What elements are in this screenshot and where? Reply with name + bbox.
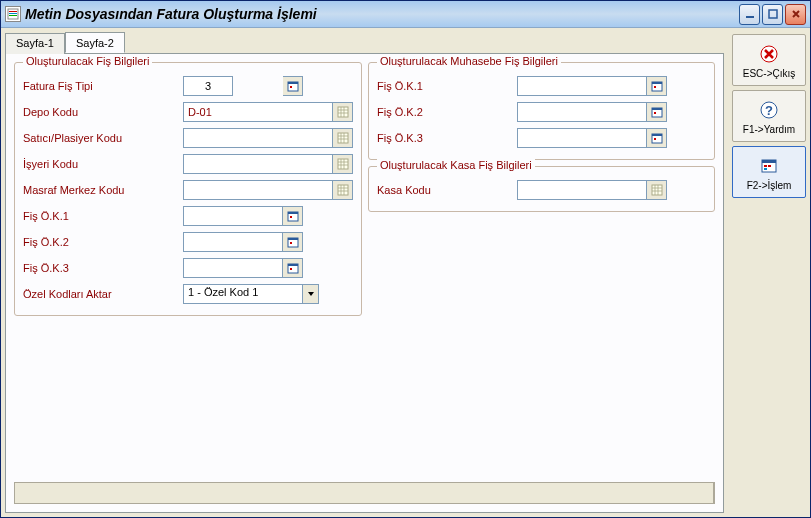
lookup-button[interactable] bbox=[283, 206, 303, 226]
svg-rect-21 bbox=[290, 268, 292, 270]
svg-rect-4 bbox=[746, 16, 754, 18]
titlebar: Metin Dosyasından Fatura Oluşturma İşlem… bbox=[1, 1, 810, 28]
esc-cikis-button[interactable]: ESC->Çıkış bbox=[732, 34, 806, 86]
label: Fiş Ö.K.1 bbox=[23, 210, 183, 222]
col-right: Oluşturulacak Muhasebe Fiş Bilgileri Fiş… bbox=[368, 62, 715, 322]
lookup-button[interactable] bbox=[647, 128, 667, 148]
svg-rect-37 bbox=[764, 165, 767, 167]
row-fis-ok1: Fiş Ö.K.1 bbox=[23, 203, 353, 229]
status-cell bbox=[15, 483, 714, 503]
row-ozel-kodlari-aktar: Özel Kodları Aktar 1 - Özel Kod 1 bbox=[23, 281, 353, 307]
grid-lookup-button[interactable] bbox=[647, 180, 667, 200]
lookup-button[interactable] bbox=[283, 232, 303, 252]
kasa-kodu-input[interactable] bbox=[517, 180, 647, 200]
groupbox-fis-bilgileri: Oluşturulacak Fiş Bilgileri Fatura Fiş T… bbox=[14, 62, 362, 316]
main-panel: Sayfa-1 Sayfa-2 Oluşturulacak Fiş Bilgil… bbox=[1, 28, 728, 517]
row-masraf-merkez: Masraf Merkez Kodu bbox=[23, 177, 353, 203]
label: Kasa Kodu bbox=[377, 184, 517, 196]
side-label: F2->İşlem bbox=[747, 180, 792, 191]
svg-rect-15 bbox=[290, 216, 292, 218]
groupbox-muhasebe-fis: Oluşturulacak Muhasebe Fiş Bilgileri Fiş… bbox=[368, 62, 715, 160]
sidebar: ESC->Çıkış ? F1->Yardım F2->İşlem bbox=[728, 28, 810, 517]
fis-ok1-input[interactable] bbox=[183, 206, 283, 226]
depo-kodu-input[interactable] bbox=[183, 102, 333, 122]
groupbox-title: Oluşturulacak Fiş Bilgileri bbox=[23, 55, 152, 67]
svg-rect-26 bbox=[652, 108, 662, 110]
minimize-button[interactable] bbox=[739, 4, 760, 25]
muh-ok1-input[interactable] bbox=[517, 76, 647, 96]
combo-value: 1 - Özel Kod 1 bbox=[183, 284, 303, 304]
lookup-button[interactable] bbox=[647, 102, 667, 122]
grid-lookup-button[interactable] bbox=[333, 128, 353, 148]
svg-rect-31 bbox=[652, 185, 662, 195]
window-title: Metin Dosyasından Fatura Oluşturma İşlem… bbox=[25, 6, 739, 22]
svg-rect-30 bbox=[654, 138, 656, 140]
lookup-button[interactable] bbox=[647, 76, 667, 96]
isyeri-kodu-input[interactable] bbox=[183, 154, 333, 174]
groupbox-title: Oluşturulacak Kasa Fiş Bilgileri bbox=[377, 159, 535, 171]
svg-rect-17 bbox=[288, 238, 298, 240]
groupbox-title: Oluşturulacak Muhasebe Fiş Bilgileri bbox=[377, 55, 561, 67]
f2-islem-button[interactable]: F2->İşlem bbox=[732, 146, 806, 198]
tabstrip: Sayfa-1 Sayfa-2 bbox=[5, 32, 724, 53]
svg-rect-12 bbox=[338, 185, 348, 195]
muh-ok3-input[interactable] bbox=[517, 128, 647, 148]
muh-ok2-input[interactable] bbox=[517, 102, 647, 122]
fis-ok3-input[interactable] bbox=[183, 258, 283, 278]
svg-rect-14 bbox=[288, 212, 298, 214]
ozel-kodlari-combo[interactable]: 1 - Özel Kod 1 bbox=[183, 284, 319, 304]
side-label: ESC->Çıkış bbox=[743, 68, 796, 79]
satici-plasiyer-input[interactable] bbox=[183, 128, 333, 148]
grid-lookup-button[interactable] bbox=[333, 180, 353, 200]
row-muh-ok1: Fiş Ö.K.1 bbox=[377, 73, 706, 99]
row-fatura-fis-tipi: Fatura Fiş Tipi bbox=[23, 73, 353, 99]
form-columns: Oluşturulacak Fiş Bilgileri Fatura Fiş T… bbox=[14, 62, 715, 322]
svg-rect-9 bbox=[338, 107, 348, 117]
row-fis-ok2: Fiş Ö.K.2 bbox=[23, 229, 353, 255]
lookup-button[interactable] bbox=[283, 76, 303, 96]
fis-ok2-input[interactable] bbox=[183, 232, 283, 252]
tab-sayfa-1[interactable]: Sayfa-1 bbox=[5, 33, 65, 54]
f1-yardim-button[interactable]: ? F1->Yardım bbox=[732, 90, 806, 142]
grid-lookup-button[interactable] bbox=[333, 102, 353, 122]
svg-rect-18 bbox=[290, 242, 292, 244]
svg-rect-7 bbox=[288, 82, 298, 84]
fatura-fis-tipi-input[interactable] bbox=[183, 76, 233, 96]
svg-rect-8 bbox=[290, 86, 292, 88]
label: Fiş Ö.K.2 bbox=[377, 106, 517, 118]
label: Fiş Ö.K.2 bbox=[23, 236, 183, 248]
row-muh-ok2: Fiş Ö.K.2 bbox=[377, 99, 706, 125]
grid-lookup-button[interactable] bbox=[333, 154, 353, 174]
label: Fatura Fiş Tipi bbox=[23, 80, 183, 92]
svg-rect-20 bbox=[288, 264, 298, 266]
svg-rect-5 bbox=[769, 10, 777, 18]
svg-rect-2 bbox=[9, 13, 17, 14]
tab-sayfa-2[interactable]: Sayfa-2 bbox=[65, 32, 125, 53]
process-icon bbox=[757, 154, 781, 178]
close-button[interactable] bbox=[785, 4, 806, 25]
masraf-merkez-input[interactable] bbox=[183, 180, 333, 200]
row-fis-ok3: Fiş Ö.K.3 bbox=[23, 255, 353, 281]
row-satici-plasiyer: Satıcı/Plasiyer Kodu bbox=[23, 125, 353, 151]
label: Depo Kodu bbox=[23, 106, 183, 118]
chevron-down-icon[interactable] bbox=[303, 284, 319, 304]
close-x-icon bbox=[757, 42, 781, 66]
svg-rect-39 bbox=[764, 168, 767, 170]
label: Fiş Ö.K.3 bbox=[23, 262, 183, 274]
svg-rect-36 bbox=[762, 160, 776, 163]
statusbar bbox=[14, 482, 715, 504]
label: Satıcı/Plasiyer Kodu bbox=[23, 132, 183, 144]
row-isyeri-kodu: İşyeri Kodu bbox=[23, 151, 353, 177]
label: İşyeri Kodu bbox=[23, 158, 183, 170]
svg-rect-38 bbox=[768, 165, 771, 167]
lookup-button[interactable] bbox=[283, 258, 303, 278]
help-icon: ? bbox=[757, 98, 781, 122]
svg-rect-24 bbox=[654, 86, 656, 88]
window-buttons bbox=[739, 4, 806, 25]
label: Fiş Ö.K.1 bbox=[377, 80, 517, 92]
maximize-button[interactable] bbox=[762, 4, 783, 25]
svg-rect-23 bbox=[652, 82, 662, 84]
svg-rect-29 bbox=[652, 134, 662, 136]
side-label: F1->Yardım bbox=[743, 124, 795, 135]
tabpage: Oluşturulacak Fiş Bilgileri Fatura Fiş T… bbox=[5, 53, 724, 513]
